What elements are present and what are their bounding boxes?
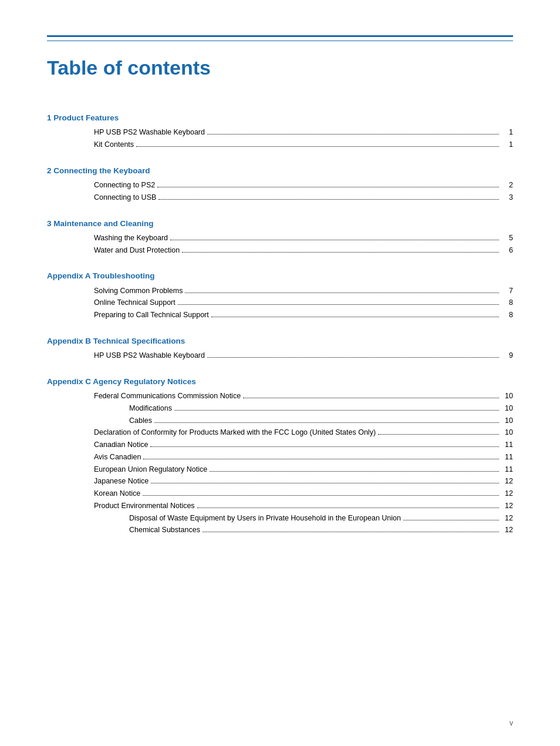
toc-label: Korean Notice <box>94 488 140 499</box>
toc-label: Water and Dust Protection <box>94 245 180 256</box>
toc-label: Preparing to Call Technical Support <box>94 310 209 321</box>
toc-entry[interactable]: HP USB PS2 Washable Keyboard1 <box>47 126 513 139</box>
toc-label: HP USB PS2 Washable Keyboard <box>94 350 205 361</box>
toc-entry[interactable]: HP USB PS2 Washable Keyboard9 <box>47 350 513 362</box>
toc-label: Kit Contents <box>94 139 134 150</box>
toc-label: Connecting to USB <box>94 192 156 203</box>
appendix-a: Appendix A TroubleshootingSolving Common… <box>47 270 513 321</box>
section-3-heading[interactable]: 3 Maintenance and Cleaning <box>47 218 513 230</box>
toc-page-number: 1 <box>501 139 513 150</box>
toc-page-number: 10 <box>501 427 513 438</box>
toc-page-number: 10 <box>501 415 513 426</box>
toc-dots <box>243 398 499 398</box>
toc-label: Canadian Notice <box>94 439 148 451</box>
toc-label: Product Environmental Notices <box>94 500 195 512</box>
toc-label: Cables <box>129 415 152 426</box>
toc-entry[interactable]: Kit Contents1 <box>47 139 513 151</box>
toc-page-number: 12 <box>501 525 513 536</box>
toc-label: Solving Common Problems <box>94 285 183 297</box>
toc-page-number: 3 <box>501 192 513 203</box>
toc-page-number: 9 <box>501 350 513 361</box>
appendix-c-heading[interactable]: Appendix C Agency Regulatory Notices <box>47 376 513 388</box>
toc-label: Online Technical Support <box>94 297 176 308</box>
toc-page-number: 10 <box>501 391 513 402</box>
toc-page-number: 12 <box>501 500 513 512</box>
toc-entry[interactable]: Connecting to USB3 <box>47 191 513 204</box>
toc-page-number: 8 <box>501 297 513 308</box>
toc-label: Modifications <box>129 403 172 414</box>
toc-entry[interactable]: Avis Canadien11 <box>47 451 513 463</box>
section-2: 2 Connecting the KeyboardConnecting to P… <box>47 165 513 204</box>
toc-dots <box>157 187 499 187</box>
section-3: 3 Maintenance and CleaningWashing the Ke… <box>47 218 513 257</box>
toc-dots <box>158 199 499 200</box>
toc-entry[interactable]: Chemical Substances12 <box>47 524 513 536</box>
toc-label: Connecting to PS2 <box>94 180 155 191</box>
toc-page-number: 10 <box>501 403 513 414</box>
toc-label: Japanese Notice <box>94 476 149 487</box>
toc-page-number: 6 <box>501 245 513 256</box>
page: Table of contents 1 Product FeaturesHP U… <box>0 0 560 746</box>
toc-entry[interactable]: Water and Dust Protection6 <box>47 244 513 257</box>
section-2-heading[interactable]: 2 Connecting the Keyboard <box>47 165 513 177</box>
toc-page-number: 11 <box>501 452 513 463</box>
toc-dots <box>185 293 499 293</box>
appendix-b-heading[interactable]: Appendix B Technical Specifications <box>47 335 513 347</box>
toc-entry[interactable]: Preparing to Call Technical Support8 <box>47 309 513 321</box>
toc-entry[interactable]: Online Technical Support8 <box>47 297 513 309</box>
appendix-c: Appendix C Agency Regulatory NoticesFede… <box>47 376 513 536</box>
toc-dots <box>210 471 499 472</box>
section-1: 1 Product FeaturesHP USB PS2 Washable Ke… <box>47 112 513 151</box>
toc-dots <box>174 410 499 411</box>
toc-dots <box>197 508 499 508</box>
toc-page-number: 12 <box>501 488 513 499</box>
toc-entry[interactable]: Connecting to PS22 <box>47 179 513 191</box>
toc-page-number: 2 <box>501 180 513 191</box>
toc-dots <box>150 446 499 447</box>
top-rule-thin <box>47 41 513 41</box>
toc-dots <box>211 317 499 317</box>
toc-dots <box>182 252 499 253</box>
toc-dots <box>154 422 499 423</box>
toc-label: Washing the Keyboard <box>94 233 168 244</box>
toc-entry[interactable]: Disposal of Waste Equipment by Users in … <box>47 512 513 525</box>
toc-label: European Union Regulatory Notice <box>94 464 207 475</box>
toc-page-number: 5 <box>501 233 513 244</box>
toc-dots <box>170 240 499 240</box>
toc-entry[interactable]: Solving Common Problems7 <box>47 285 513 297</box>
toc-label: Disposal of Waste Equipment by Users in … <box>129 513 401 524</box>
toc-page-number: 11 <box>501 439 513 451</box>
toc-dots <box>143 495 499 496</box>
appendix-b: Appendix B Technical SpecificationsHP US… <box>47 335 513 362</box>
toc-entry[interactable]: Cables10 <box>47 415 513 427</box>
top-rule-thick <box>47 35 513 37</box>
page-title: Table of contents <box>47 53 513 83</box>
toc-page-number: 12 <box>501 513 513 524</box>
toc-dots <box>403 520 499 520</box>
toc-entry[interactable]: Canadian Notice11 <box>47 439 513 451</box>
toc-label: HP USB PS2 Washable Keyboard <box>94 127 205 138</box>
toc-dots <box>203 532 499 532</box>
appendix-a-heading[interactable]: Appendix A Troubleshooting <box>47 270 513 282</box>
toc-entry[interactable]: Japanese Notice12 <box>47 475 513 488</box>
toc-entry[interactable]: Washing the Keyboard5 <box>47 232 513 244</box>
toc-container: 1 Product FeaturesHP USB PS2 Washable Ke… <box>47 112 513 536</box>
toc-dots <box>151 483 499 483</box>
toc-dots <box>207 357 499 358</box>
section-1-heading[interactable]: 1 Product Features <box>47 112 513 124</box>
toc-entry[interactable]: European Union Regulatory Notice11 <box>47 463 513 476</box>
toc-dots <box>207 134 499 135</box>
toc-dots <box>136 146 499 147</box>
toc-page-number: 11 <box>501 464 513 475</box>
toc-page-number: 12 <box>501 476 513 487</box>
toc-entry[interactable]: Federal Communications Commission Notice… <box>47 390 513 402</box>
toc-dots <box>143 459 499 459</box>
toc-entry[interactable]: Declaration of Conformity for Products M… <box>47 426 513 439</box>
toc-label: Avis Canadien <box>94 452 141 463</box>
toc-page-number: 8 <box>501 310 513 321</box>
footer-page-number: v <box>510 719 513 727</box>
toc-entry[interactable]: Product Environmental Notices12 <box>47 500 513 512</box>
toc-entry[interactable]: Korean Notice12 <box>47 488 513 500</box>
toc-label: Federal Communications Commission Notice <box>94 391 241 402</box>
toc-entry[interactable]: Modifications10 <box>47 402 513 415</box>
